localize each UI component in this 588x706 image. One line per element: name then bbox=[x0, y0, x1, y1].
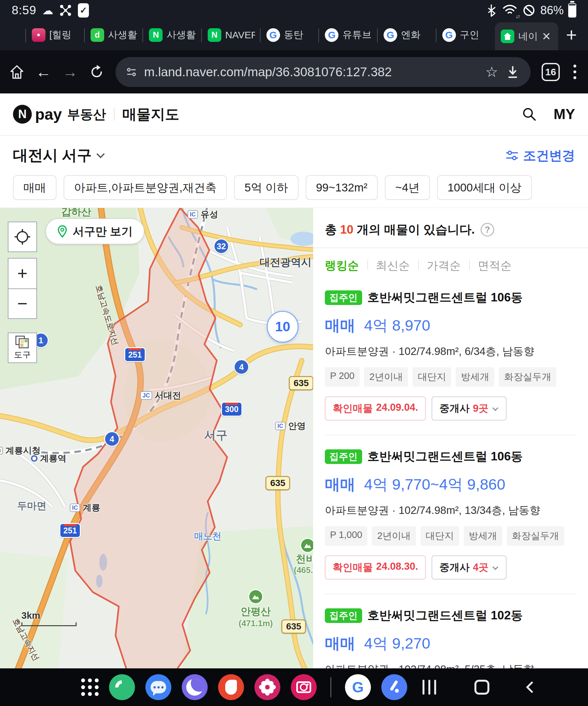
back-button[interactable]: ← bbox=[36, 63, 51, 81]
google-app-icon[interactable]: G bbox=[345, 674, 371, 700]
chevron-down-icon[interactable] bbox=[96, 150, 105, 158]
price-row: 매매 4억 9,270 bbox=[325, 633, 576, 654]
back-nav-button[interactable] bbox=[526, 681, 538, 693]
status-bar: 8:59 ☁ ✓ ↓↑ bbox=[0, 0, 588, 19]
filter-chip-property-type[interactable]: 아파트,아파트분양권,재건축 bbox=[64, 175, 227, 200]
ic-badge: IC bbox=[70, 504, 80, 512]
google-favicon: G bbox=[325, 28, 339, 42]
browser-tab[interactable]: ✻ [힐링 bbox=[26, 19, 85, 50]
current-location-button[interactable] bbox=[8, 222, 37, 252]
checkbox-notification-icon: ✓ bbox=[78, 3, 89, 17]
listing-title[interactable]: 호반써밋그랜드센트럴 106동 bbox=[367, 289, 523, 306]
browser-tab[interactable]: G 구인 bbox=[436, 19, 495, 50]
sort-ranking[interactable]: 랭킹순 bbox=[325, 258, 367, 273]
chevron-down-icon bbox=[492, 405, 498, 411]
agents-dropdown[interactable]: 중개사 4곳 bbox=[432, 555, 506, 580]
trade-type: 매매 bbox=[325, 317, 355, 334]
close-tab-icon[interactable]: ✕ bbox=[542, 30, 551, 43]
blue-slash-app-icon[interactable] bbox=[381, 674, 407, 700]
agents-dropdown[interactable]: 중개사 9곳 bbox=[432, 396, 506, 421]
listing-cluster-marker[interactable]: 10 bbox=[267, 311, 299, 343]
help-icon[interactable]: ? bbox=[481, 223, 494, 237]
map-pane[interactable]: 갑하산 (468.7m) IC 유성 대전광역시 호남고속도로지선 JC 서대전… bbox=[0, 208, 313, 668]
slash-dot-icon bbox=[387, 680, 401, 694]
filter-chip-age[interactable]: ~4년 bbox=[385, 175, 430, 200]
reload-button[interactable] bbox=[89, 64, 105, 80]
listing-title[interactable]: 호반써밋그랜드센트럴 102동 bbox=[367, 607, 523, 624]
show-district-only-button[interactable]: 서구만 보기 bbox=[45, 218, 145, 244]
local-route-shield-635: 635 bbox=[289, 376, 313, 390]
zoom-out-button[interactable]: − bbox=[8, 288, 37, 319]
map-label-interchange: IC 계룡 bbox=[70, 502, 100, 514]
sort-newest[interactable]: 최신순 bbox=[367, 258, 418, 273]
change-conditions-button[interactable]: 조건변경 bbox=[506, 147, 575, 164]
filter-chip-price[interactable]: 5억 이하 bbox=[234, 175, 298, 200]
site-settings-icon[interactable] bbox=[126, 68, 136, 77]
sort-area[interactable]: 면적순 bbox=[469, 258, 520, 273]
map-tools-button[interactable]: 도구 bbox=[8, 332, 37, 363]
recents-button[interactable] bbox=[423, 680, 436, 695]
forward-button[interactable]: → bbox=[62, 63, 78, 81]
listing-card[interactable]: 집주인 호반써밋그랜드센트럴 106동 매매 4억 9,770~4억 9,860… bbox=[325, 435, 576, 594]
owner-badge: 집주인 bbox=[325, 609, 362, 623]
home-button[interactable] bbox=[9, 64, 25, 80]
red-profile-app-icon[interactable] bbox=[218, 674, 244, 700]
weather-cloud-icon: ☁ bbox=[42, 5, 53, 16]
bookmark-star-icon[interactable]: ☆ bbox=[485, 64, 498, 80]
layers-icon bbox=[15, 336, 30, 348]
my-menu[interactable]: MY bbox=[554, 106, 575, 122]
map-label-city: 대전광역시 bbox=[260, 256, 312, 270]
dock-divider bbox=[330, 677, 331, 697]
browser-menu-button[interactable] bbox=[571, 65, 579, 79]
result-summary: 총 10 개의 매물이 있습니다. ? bbox=[325, 208, 576, 247]
browser-tab[interactable]: G 엔화 bbox=[378, 19, 436, 50]
pin-icon bbox=[57, 225, 68, 238]
browser-tab[interactable]: N 사생활 bbox=[143, 19, 202, 50]
listing-card[interactable]: 집주인 호반써밋그랜드센트럴 106동 매매 4억 8,970 아파트분양권 ·… bbox=[325, 276, 576, 435]
browser-tab[interactable]: N NAVER bbox=[202, 19, 261, 50]
confirm-date: 24.08.30. bbox=[376, 561, 418, 574]
samsung-internet-app-icon[interactable] bbox=[182, 674, 208, 700]
listing-card[interactable]: 집주인 호반써밋그랜드센트럴 102동 매매 4억 9,270 아파트분양권 ·… bbox=[325, 594, 576, 668]
agents-count: 9곳 bbox=[473, 402, 488, 415]
search-icon[interactable] bbox=[522, 107, 537, 122]
flower-icon bbox=[259, 679, 276, 696]
gallery-app-icon[interactable] bbox=[254, 674, 280, 700]
jc-badge: JC bbox=[140, 391, 152, 400]
camera-app-icon[interactable] bbox=[291, 674, 317, 700]
all-apps-button[interactable] bbox=[81, 678, 99, 696]
zoom-in-button[interactable]: + bbox=[8, 258, 37, 288]
android-taskbar: G bbox=[0, 668, 588, 706]
filter-chip-trade-type[interactable]: 매매 bbox=[13, 175, 56, 200]
ic-name: 계룡 bbox=[83, 502, 100, 514]
confirm-label: 확인매물 bbox=[332, 402, 373, 415]
home-nav-button[interactable] bbox=[474, 680, 489, 695]
sort-price[interactable]: 가격순 bbox=[418, 258, 469, 273]
trade-type: 매매 bbox=[325, 635, 355, 652]
download-icon[interactable] bbox=[506, 65, 519, 79]
browser-tab[interactable]: d 사생활 bbox=[85, 19, 144, 50]
browser-tab[interactable]: G 유튜브 bbox=[319, 19, 378, 50]
tab-count-button[interactable]: 16 bbox=[542, 63, 560, 81]
messages-app-icon[interactable] bbox=[145, 674, 171, 700]
url-text[interactable]: m.land.naver.com/map/36.3081076:127.382 bbox=[144, 65, 478, 79]
service-name[interactable]: 부동산 bbox=[67, 106, 106, 123]
url-bar[interactable]: m.land.naver.com/map/36.3081076:127.382 … bbox=[116, 57, 531, 87]
change-conditions-label: 조건변경 bbox=[523, 147, 575, 164]
local-route-shield-635: 635 bbox=[281, 619, 306, 634]
filter-chip-area[interactable]: 99~132m² bbox=[306, 175, 378, 200]
naver-logo[interactable]: N bbox=[13, 105, 32, 124]
map-canvas[interactable] bbox=[0, 208, 313, 668]
filter-chip-households[interactable]: 1000세대 이상 bbox=[437, 175, 532, 200]
listing-title[interactable]: 호반써밋그랜드센트럴 106동 bbox=[367, 448, 523, 465]
new-tab-button[interactable]: + bbox=[558, 27, 585, 42]
map-label-mountain: 갑하산 bbox=[61, 208, 91, 219]
pay-logo-text[interactable]: pay bbox=[35, 106, 62, 123]
map-label-elevation: (471.1m) bbox=[238, 618, 273, 628]
region-selector[interactable]: 대전시 서구 bbox=[13, 145, 92, 165]
tab-partial[interactable] bbox=[0, 19, 26, 50]
tab-favicon: N bbox=[149, 28, 163, 42]
active-tab-naver-land[interactable]: 네이 ✕ bbox=[495, 23, 558, 50]
phone-app-icon[interactable] bbox=[109, 674, 135, 700]
browser-tab[interactable]: G 동탄 bbox=[261, 19, 319, 50]
